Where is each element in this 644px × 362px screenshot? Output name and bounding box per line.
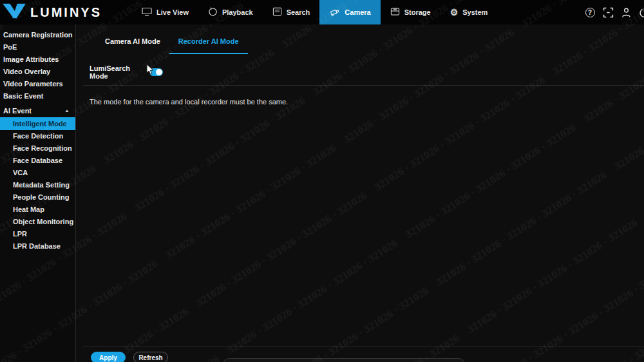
sidebar-item-lpr-database[interactable]: LPR Database xyxy=(0,240,75,252)
partial-popup-panel xyxy=(223,358,465,362)
nav-playback-label: Playback xyxy=(222,8,253,16)
power-icon[interactable] xyxy=(638,6,644,18)
gear-icon: ⚙ xyxy=(450,8,459,17)
sidebar-item-camera-registration[interactable]: Camera Registration xyxy=(0,29,75,41)
footer-buttons: Apply Refresh xyxy=(91,352,168,362)
sidebar-item-video-parameters[interactable]: Video Parameters xyxy=(0,78,75,90)
nav-playback[interactable]: Playback xyxy=(198,0,263,24)
help-icon[interactable]: ? xyxy=(584,6,596,18)
tab-recorder-ai-mode[interactable]: Recorder AI Mode xyxy=(169,37,248,54)
sidebar-item-vca[interactable]: VCA xyxy=(0,167,75,179)
lumisearch-row: LumiSearch Mode xyxy=(90,64,163,80)
sidebar-item-ai-event-label: AI Event xyxy=(3,105,32,117)
top-nav: Live View Playback Search xyxy=(132,0,497,24)
footer-divider xyxy=(83,347,644,347)
refresh-button[interactable]: Refresh xyxy=(133,352,168,362)
playback-arrow-icon xyxy=(208,7,218,18)
nav-search-label: Search xyxy=(287,8,310,16)
storage-box-icon xyxy=(390,7,400,17)
sidebar-item-heat-map[interactable]: Heat Map xyxy=(0,204,75,216)
nav-camera-label: Camera xyxy=(345,8,370,16)
main-content: Camera AI Mode Recorder AI Mode LumiSear… xyxy=(77,24,644,362)
lumisearch-toggle[interactable] xyxy=(149,68,163,76)
sidebar-item-face-recognition[interactable]: Face Recognition xyxy=(0,142,75,155)
brand-name: LUMINYS xyxy=(30,5,102,20)
fullscreen-scan-icon[interactable] xyxy=(602,6,614,18)
sidebar-item-object-monitoring[interactable]: Object Monitoring xyxy=(0,216,75,228)
sidebar-item-people-counting[interactable]: People Counting xyxy=(0,191,75,204)
top-bar-right-icons: ? xyxy=(584,0,644,24)
lumisearch-label: LumiSearch Mode xyxy=(90,64,149,80)
nav-system-label: System xyxy=(462,8,488,16)
monitor-icon xyxy=(142,7,152,17)
sidebar-item-ai-event[interactable]: AI Event ▲ xyxy=(0,105,75,117)
mode-note-text: The mode for the camera and local record… xyxy=(90,98,288,106)
sidebar-item-poe[interactable]: PoE xyxy=(0,41,75,53)
sidebar-item-intelligent-mode[interactable]: Intelligent Mode xyxy=(0,117,75,130)
sidebar: Camera Registration PoE Image Attributes… xyxy=(0,24,76,362)
nav-storage[interactable]: Storage xyxy=(381,0,440,24)
sidebar-item-face-detection[interactable]: Face Detection xyxy=(0,130,75,142)
nav-storage-label: Storage xyxy=(404,8,431,16)
nav-system[interactable]: ⚙ System xyxy=(440,0,498,24)
nav-live-view[interactable]: Live View xyxy=(132,0,198,24)
apply-button[interactable]: Apply xyxy=(91,352,126,362)
nav-live-view-label: Live View xyxy=(156,8,189,16)
user-icon[interactable] xyxy=(620,6,632,18)
sidebar-item-video-overlay[interactable]: Video Overlay xyxy=(0,66,75,78)
section-divider xyxy=(83,85,644,86)
search-document-icon xyxy=(272,7,282,17)
toggle-knob xyxy=(156,69,162,75)
luminys-logo-icon xyxy=(2,1,26,23)
chevron-up-icon: ▲ xyxy=(64,106,70,116)
sidebar-item-image-attributes[interactable]: Image Attributes xyxy=(0,53,75,66)
mode-tabs: Camera AI Mode Recorder AI Mode xyxy=(96,37,248,54)
sidebar-item-lpr[interactable]: LPR xyxy=(0,228,75,240)
tab-camera-ai-mode[interactable]: Camera AI Mode xyxy=(96,37,169,54)
top-bar: LUMINYS Live View Playback xyxy=(0,0,644,24)
brand: LUMINYS xyxy=(0,1,132,23)
sidebar-item-metadata-setting[interactable]: Metadata Setting xyxy=(0,179,75,191)
sidebar-item-face-database[interactable]: Face Database xyxy=(0,155,75,167)
nav-camera[interactable]: Camera xyxy=(319,0,380,24)
nav-search[interactable]: Search xyxy=(263,0,320,24)
sidebar-item-basic-event[interactable]: Basic Event xyxy=(0,90,75,102)
ptz-camera-icon xyxy=(329,7,340,18)
